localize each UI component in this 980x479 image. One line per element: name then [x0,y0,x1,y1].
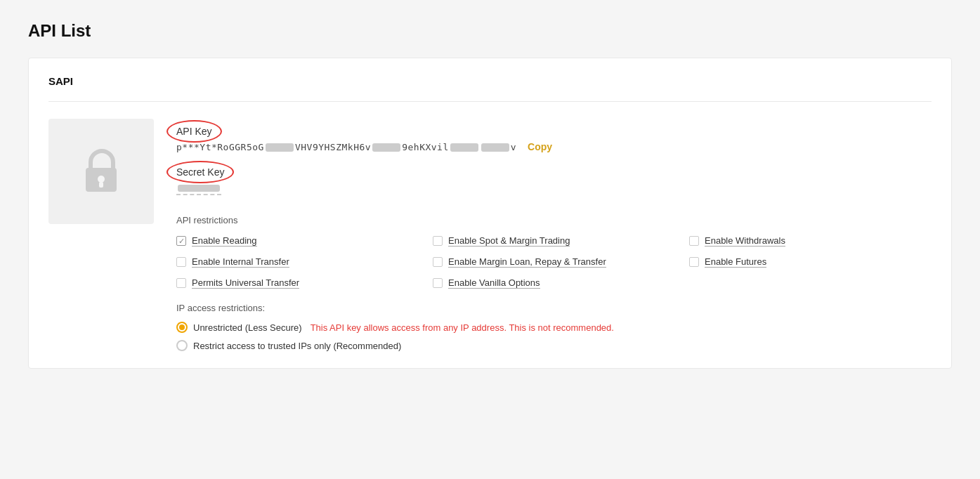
api-card: SAPI API Key [28,58,952,369]
ip-access-label: IP access restrictions: [176,303,932,313]
ip-access-section: IP access restrictions: Unrestricted (Le… [176,303,932,351]
checkbox-enable-internal-transfer-box[interactable] [176,257,186,267]
secret-key-label-wrapper: Secret Key [176,166,224,178]
secret-key-row: Secret Key [176,166,932,195]
checkbox-enable-margin-loan-label: Enable Margin Loan, Repay & Transfer [448,256,606,268]
api-content: API Key p***Yt*RoGGR5oGVHV9YHSZMkH6v9ehK… [48,119,932,351]
lock-icon-box [48,119,154,224]
checkbox-enable-internal-transfer-label: Enable Internal Transfer [192,256,289,268]
checkbox-enable-vanilla-options-box[interactable] [433,278,443,288]
grid-empty-cell [689,277,932,289]
secret-blur [178,185,220,192]
radio-restrict-trusted-button[interactable] [176,340,188,351]
api-details: API Key p***Yt*RoGGR5oGVHV9YHSZMkH6v9ehK… [176,119,932,351]
page-title: API List [28,21,952,41]
checkbox-enable-withdrawals-box[interactable] [689,236,699,246]
lock-icon [80,147,122,196]
secret-key-value [176,182,221,195]
radio-unrestricted[interactable]: Unrestricted (Less Secure) This API key … [176,322,932,333]
radio-unrestricted-inner [179,324,185,330]
checkbox-enable-withdrawals-label: Enable Withdrawals [705,235,785,247]
svg-point-1 [98,176,105,183]
blur-block-2 [372,143,400,152]
radio-restrict-trusted[interactable]: Restrict access to trusted IPs only (Rec… [176,340,932,351]
radio-unrestricted-button[interactable] [176,322,188,333]
blur-block-3 [450,143,478,152]
checkmark-enable-reading: ✓ [178,237,185,245]
checkbox-enable-spot-margin-label: Enable Spot & Margin Trading [448,235,570,247]
checkbox-enable-reading[interactable]: ✓ Enable Reading [176,235,419,247]
checkbox-enable-vanilla-options-label: Enable Vanilla Options [448,277,540,289]
restrictions-grid: ✓ Enable Reading Enable Spot & Margin Tr… [176,235,932,289]
divider [48,101,932,102]
checkbox-enable-internal-transfer[interactable]: Enable Internal Transfer [176,256,419,268]
radio-unrestricted-label: Unrestricted (Less Secure) [193,322,302,333]
api-key-row: API Key p***Yt*RoGGR5oGVHV9YHSZMkH6v9ehK… [176,126,932,152]
api-key-label-wrapper: API Key [176,126,212,137]
checkbox-enable-reading-box[interactable]: ✓ [176,236,186,246]
radio-restrict-trusted-label: Restrict access to trusted IPs only (Rec… [193,341,401,351]
api-key-label: API Key [176,126,212,137]
copy-button[interactable]: Copy [528,141,552,152]
checkbox-enable-margin-loan-box[interactable] [433,257,443,267]
checkbox-permits-universal-transfer-box[interactable] [176,278,186,288]
radio-group: Unrestricted (Less Secure) This API key … [176,322,932,351]
api-key-value: p***Yt*RoGGR5oGVHV9YHSZMkH6v9ehKXvilv [176,142,516,152]
checkbox-enable-margin-loan[interactable]: Enable Margin Loan, Repay & Transfer [433,256,675,268]
checkbox-enable-futures-label: Enable Futures [705,256,766,268]
checkbox-enable-vanilla-options[interactable]: Enable Vanilla Options [433,277,675,289]
restrictions-section: API restrictions ✓ Enable Reading Enable… [176,215,932,289]
checkbox-enable-spot-margin-box[interactable] [433,236,443,246]
svg-rect-2 [99,182,103,188]
checkbox-permits-universal-transfer-label: Permits Universal Transfer [192,277,299,289]
api-key-value-row: p***Yt*RoGGR5oGVHV9YHSZMkH6v9ehKXvilv Co… [176,141,932,152]
restrictions-label: API restrictions [176,215,932,225]
checkbox-enable-reading-label: Enable Reading [192,235,257,247]
secret-key-value-row [176,182,932,195]
checkbox-permits-universal-transfer[interactable]: Permits Universal Transfer [176,277,419,289]
checkbox-enable-futures-box[interactable] [689,257,699,267]
checkbox-enable-spot-margin[interactable]: Enable Spot & Margin Trading [433,235,675,247]
page-container: API List SAPI API Key [0,0,980,479]
checkbox-enable-withdrawals[interactable]: Enable Withdrawals [689,235,932,247]
unrestricted-warning: This API key allows access from any IP a… [311,322,614,333]
blur-block-1 [266,143,294,152]
checkbox-enable-futures[interactable]: Enable Futures [689,256,932,268]
secret-key-label: Secret Key [176,166,224,178]
section-label: SAPI [48,75,932,87]
blur-block-4 [481,143,509,152]
